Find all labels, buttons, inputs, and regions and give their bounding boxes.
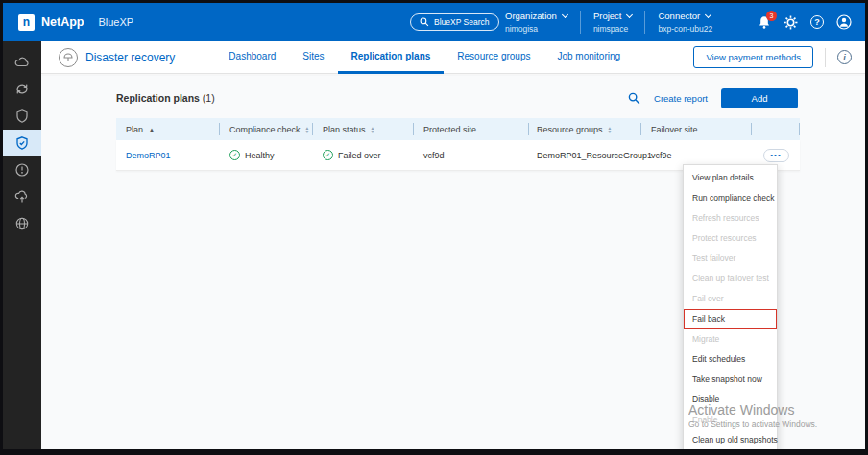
notification-badge: 3 bbox=[766, 11, 777, 21]
healthy-check-icon: ✓ bbox=[229, 150, 240, 160]
project-selector[interactable]: Project nimspace bbox=[581, 11, 645, 34]
create-report-link[interactable]: Create report bbox=[654, 93, 708, 104]
chevron-down-icon bbox=[626, 12, 633, 18]
umbrella-icon bbox=[62, 52, 74, 63]
sync-icon bbox=[14, 82, 30, 97]
menu-item-test-failover: Test failover bbox=[684, 249, 777, 269]
menu-item-migrate: Migrate bbox=[684, 329, 777, 349]
tab-dashboard[interactable]: Dashboard bbox=[215, 41, 289, 74]
project-value: nimspace bbox=[593, 24, 633, 34]
tab-sites[interactable]: Sites bbox=[289, 41, 337, 74]
column-label: Plan status bbox=[323, 125, 366, 134]
menu-item-refresh-resources: Refresh resources bbox=[684, 208, 777, 228]
section-title: Replication plans (1) bbox=[116, 92, 215, 104]
menu-item-fail-back[interactable]: Fail back bbox=[684, 309, 777, 329]
context-selectors: Organization nimogisa Project nimspace C… bbox=[493, 3, 725, 41]
question-glyph: ? bbox=[814, 17, 820, 27]
top-bar: n NetApp BlueXP BlueXP Search Organizati… bbox=[3, 3, 865, 41]
section-count: (1) bbox=[203, 92, 215, 104]
tab-resource-groups[interactable]: Resource groups bbox=[444, 41, 543, 74]
menu-item-clean-up-failover-test: Clean up failover test bbox=[684, 269, 777, 289]
replication-plans-table: Plan ▲ Compliance check ▴▾ Plan status ▴… bbox=[116, 118, 800, 171]
sort-icon: ▴▾ bbox=[372, 126, 374, 133]
section-actions: Create report Add bbox=[628, 88, 798, 108]
project-label: Project bbox=[593, 11, 622, 21]
service-identity: Disaster recovery bbox=[59, 48, 175, 67]
column-label: Protected site bbox=[423, 125, 476, 134]
add-button[interactable]: Add bbox=[721, 88, 798, 108]
search-icon bbox=[420, 17, 429, 27]
menu-item-protect-resources: Protect resources bbox=[684, 228, 777, 249]
table-header: Plan ▲ Compliance check ▴▾ Plan status ▴… bbox=[116, 118, 800, 140]
column-header-plan[interactable]: Plan ▲ bbox=[116, 118, 220, 140]
column-header-actions bbox=[752, 118, 800, 140]
search-icon[interactable] bbox=[628, 92, 640, 105]
menu-item-take-snapshot-now[interactable]: Take snapshot now bbox=[684, 370, 777, 390]
user-icon bbox=[836, 14, 852, 30]
failover-site: vcf9e bbox=[651, 151, 672, 160]
info-icon[interactable]: i bbox=[837, 50, 852, 64]
brand-name: NetApp bbox=[41, 15, 84, 29]
sidebar-item-backup[interactable] bbox=[3, 183, 41, 210]
sort-icon: ▴▾ bbox=[609, 126, 612, 133]
sort-icon: ▴▾ bbox=[306, 126, 309, 133]
column-label: Plan bbox=[126, 125, 143, 134]
menu-item-clean-up-old-snapshots[interactable]: Clean up old snapshots bbox=[684, 430, 777, 450]
info-glyph: i bbox=[843, 53, 846, 62]
settings-button[interactable] bbox=[784, 15, 798, 30]
plan-name-link[interactable]: DemoRP01 bbox=[126, 151, 171, 160]
protected-site: vcf9d bbox=[423, 151, 445, 160]
globe-icon bbox=[14, 216, 30, 231]
netapp-logo-icon: n bbox=[18, 14, 35, 31]
column-header-plan-status[interactable]: Plan status ▴▾ bbox=[313, 118, 414, 140]
section-title-text: Replication plans bbox=[116, 92, 200, 104]
shield-icon bbox=[14, 108, 30, 124]
sidebar-item-mobility[interactable] bbox=[3, 76, 41, 103]
disaster-recovery-service-icon bbox=[59, 48, 78, 67]
column-label: Failover site bbox=[651, 125, 698, 134]
connector-selector[interactable]: Connector bxp-con-ubu22 bbox=[645, 11, 725, 34]
column-header-failover-site[interactable]: Failover site bbox=[641, 118, 752, 140]
connector-label: Connector bbox=[658, 11, 700, 21]
connector-value: bxp-con-ubu22 bbox=[658, 24, 712, 34]
tab-job-monitoring[interactable]: Job monitoring bbox=[543, 41, 634, 74]
organization-label: Organization bbox=[505, 11, 557, 21]
divider bbox=[825, 48, 826, 67]
plan-status: Failed over bbox=[338, 151, 381, 160]
menu-item-view-plan-details[interactable]: View plan details bbox=[684, 168, 777, 188]
question-icon: ? bbox=[810, 15, 824, 29]
left-nav bbox=[3, 41, 41, 449]
column-header-resource-groups[interactable]: Resource groups ▴▾ bbox=[529, 118, 641, 140]
row-actions-menu: View plan details Run compliance check R… bbox=[683, 164, 778, 454]
logo-letter: n bbox=[23, 16, 30, 28]
sidebar-item-canvas[interactable] bbox=[3, 49, 41, 76]
sidebar-item-protection[interactable] bbox=[3, 103, 41, 130]
menu-item-run-compliance-check[interactable]: Run compliance check bbox=[684, 188, 777, 208]
column-header-compliance-check[interactable]: Compliance check ▴▾ bbox=[220, 118, 313, 140]
view-payment-methods-button[interactable]: View payment methods bbox=[693, 46, 813, 68]
cloud-upload-icon bbox=[14, 189, 30, 204]
organization-selector[interactable]: Organization nimogisa bbox=[493, 11, 580, 34]
header-actions: 3 ? bbox=[758, 3, 852, 41]
menu-item-fail-over: Fail over bbox=[684, 289, 777, 309]
sidebar-item-disaster-recovery[interactable] bbox=[3, 130, 41, 156]
help-button[interactable]: ? bbox=[810, 15, 824, 29]
column-header-protected-site[interactable]: Protected site bbox=[414, 118, 529, 140]
service-tabs: Dashboard Sites Replication plans Resour… bbox=[215, 41, 634, 74]
sidebar-item-alerts[interactable] bbox=[3, 156, 41, 183]
menu-item-disable[interactable]: Disable bbox=[684, 390, 777, 410]
content-header: Replication plans (1) Create report Add bbox=[116, 87, 798, 108]
notifications-button[interactable]: 3 bbox=[758, 15, 771, 30]
search-label: BlueXP Search bbox=[434, 17, 490, 27]
cloud-icon bbox=[14, 55, 30, 70]
column-label: Compliance check bbox=[229, 125, 301, 134]
bluexp-search[interactable]: BlueXP Search bbox=[410, 13, 499, 31]
sidebar-item-extensions[interactable] bbox=[3, 210, 41, 237]
row-actions-button[interactable]: ••• bbox=[763, 149, 789, 162]
gear-icon bbox=[784, 15, 798, 30]
app-window: n NetApp BlueXP BlueXP Search Organizati… bbox=[0, 0, 868, 455]
tab-replication-plans[interactable]: Replication plans bbox=[338, 41, 445, 74]
menu-item-edit-schedules[interactable]: Edit schedules bbox=[684, 349, 777, 370]
account-button[interactable] bbox=[836, 14, 852, 30]
column-label: Resource groups bbox=[537, 125, 603, 134]
